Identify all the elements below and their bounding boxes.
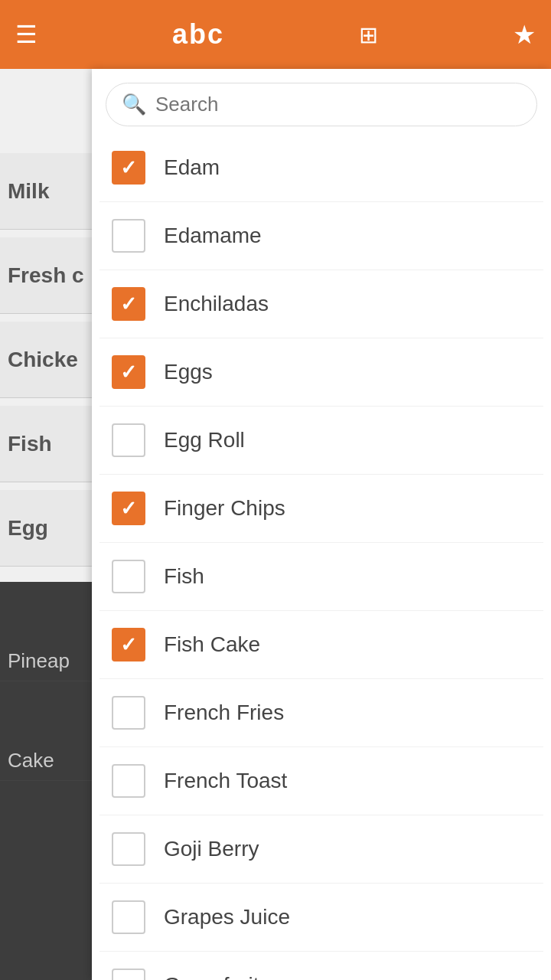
checkbox-fish-cake[interactable] xyxy=(112,628,145,662)
list-item-egg-roll[interactable]: Egg Roll xyxy=(99,407,543,475)
star-icon[interactable]: ★ xyxy=(513,19,536,50)
item-label-fish-cake: Fish Cake xyxy=(164,632,260,657)
item-label-fish: Fish xyxy=(164,564,204,589)
checkbox-goji-berry[interactable] xyxy=(112,832,145,866)
item-label-eggs: Eggs xyxy=(164,360,213,384)
sidebar-item-egg[interactable]: Egg xyxy=(0,490,92,567)
checkbox-french-toast[interactable] xyxy=(112,764,145,798)
item-label-edam: Edam xyxy=(164,155,220,180)
checkbox-fish[interactable] xyxy=(112,560,145,593)
item-label-grapes-juice: Grapes Juice xyxy=(164,905,290,929)
checkbox-edamame[interactable] xyxy=(112,219,145,253)
list-item-fish[interactable]: Fish xyxy=(99,543,543,611)
checkbox-finger-chips[interactable] xyxy=(112,492,145,525)
list-item-grapes-juice[interactable]: Grapes Juice xyxy=(99,884,543,952)
list-item-enchiladas[interactable]: Enchiladas xyxy=(99,270,543,338)
item-label-egg-roll: Egg Roll xyxy=(164,428,245,452)
list-item-fish-cake[interactable]: Fish Cake xyxy=(99,611,543,679)
item-label-grapefruit: Grapefruit xyxy=(164,973,259,980)
list-item-grapefruit[interactable]: Grapefruit xyxy=(99,952,543,980)
search-input[interactable] xyxy=(155,93,521,116)
checklist-container: EdamEdamameEnchiladasEggsEgg RollFinger … xyxy=(92,134,551,980)
checkbox-enchiladas[interactable] xyxy=(112,287,145,321)
item-label-edamame: Edamame xyxy=(164,224,262,248)
item-label-french-toast: French Toast xyxy=(164,769,287,793)
list-item-edamame[interactable]: Edamame xyxy=(99,202,543,270)
item-label-enchiladas: Enchiladas xyxy=(164,292,269,316)
item-label-french-fries: French Fries xyxy=(164,701,284,725)
sidebar-item-milk[interactable]: Milk xyxy=(0,153,92,230)
list-item-goji-berry[interactable]: Goji Berry xyxy=(99,815,543,884)
list-item-edam[interactable]: Edam xyxy=(99,134,543,202)
sidebar-item-fresh[interactable]: Fresh c xyxy=(0,237,92,314)
checkbox-eggs[interactable] xyxy=(112,355,145,389)
grid-icon[interactable]: ⊞ xyxy=(359,21,378,48)
sidebar-item-fish[interactable]: Fish xyxy=(0,406,92,482)
search-bar[interactable]: 🔍 xyxy=(106,83,537,126)
list-item-eggs[interactable]: Eggs xyxy=(99,338,543,407)
checkbox-edam[interactable] xyxy=(112,151,145,185)
list-item-french-fries[interactable]: French Fries xyxy=(99,679,543,747)
dark-item-cake[interactable]: Cake xyxy=(0,681,92,781)
checkbox-egg-roll[interactable] xyxy=(112,423,145,457)
item-label-goji-berry: Goji Berry xyxy=(164,837,259,861)
dropdown-panel: 🔍 EdamEdamameEnchiladasEggsEgg RollFinge… xyxy=(92,69,551,980)
sidebar-item-chicken[interactable]: Chicke xyxy=(0,322,92,398)
dark-item-pineap[interactable]: Pineap xyxy=(0,582,92,681)
search-icon: 🔍 xyxy=(122,93,146,116)
header: ☰ abc ⊞ ★ xyxy=(0,0,551,69)
header-title: abc xyxy=(172,18,224,51)
menu-button[interactable]: ☰ xyxy=(15,22,37,47)
item-label-finger-chips: Finger Chips xyxy=(164,496,285,521)
checkbox-grapes-juice[interactable] xyxy=(112,900,145,934)
dark-overlay: Pineap Cake xyxy=(0,582,92,980)
list-item-french-toast[interactable]: French Toast xyxy=(99,747,543,815)
checkbox-french-fries[interactable] xyxy=(112,696,145,730)
checkbox-grapefruit[interactable] xyxy=(112,969,145,980)
list-item-finger-chips[interactable]: Finger Chips xyxy=(99,475,543,543)
